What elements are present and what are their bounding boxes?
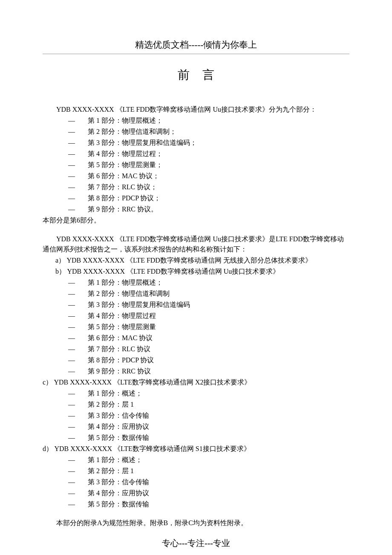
dash-icon: — bbox=[68, 455, 81, 465]
dash-icon: — bbox=[68, 311, 81, 321]
dash-icon: — bbox=[68, 193, 81, 203]
list-item: —第 3 部分：信令传输 bbox=[68, 477, 349, 487]
list-item: —第 9 部分：RRC 协议。 bbox=[68, 204, 349, 214]
list-item-label: 第 1 部分：概述； bbox=[88, 390, 142, 397]
dash-icon: — bbox=[68, 410, 81, 421]
dash-icon: — bbox=[68, 366, 81, 376]
list-item-label: 第 3 部分：信令传输 bbox=[88, 478, 149, 486]
list-item-label: 第 7 部分：RLC 协议； bbox=[88, 183, 157, 191]
dash-icon: — bbox=[68, 488, 81, 498]
dash-icon: — bbox=[68, 499, 81, 509]
appendix-note: 本部分的附录A为规范性附录。附录B，附录C均为资料性附录。 bbox=[43, 518, 349, 528]
header-rule bbox=[43, 54, 349, 54]
list-item-label: 第 4 部分：物理层过程 bbox=[88, 312, 156, 319]
dash-icon: — bbox=[68, 160, 81, 170]
list-item-label: 第 3 部分：物理层复用和信道编码； bbox=[88, 139, 197, 146]
parts-list-1: —第 1 部分：物理层概述； —第 2 部分：物理信道和调制； —第 3 部分：… bbox=[68, 116, 349, 214]
list-item: —第 4 部分：物理层过程 bbox=[68, 311, 349, 321]
group-b-list: —第 1 部分：物理层概述； —第 2 部分：物理信道和调制 —第 3 部分：物… bbox=[68, 278, 349, 376]
list-item-label: 第 8 部分：PDCP 协议； bbox=[88, 194, 161, 202]
list-item-label: 第 4 部分：应用协议 bbox=[88, 489, 149, 497]
list-item: —第 4 部分：应用协议 bbox=[68, 422, 349, 432]
list-item-label: 第 6 部分：MAC 协议 bbox=[88, 334, 153, 341]
list-item: —第 8 部分：PDCP 协议 bbox=[68, 355, 349, 365]
list-item: —第 5 部分：物理层测量 bbox=[68, 322, 349, 332]
list-item-label: 第 7 部分：RLC 协议 bbox=[88, 345, 150, 353]
list-item-label: 第 3 部分：信令传输 bbox=[88, 412, 149, 419]
dash-icon: — bbox=[68, 278, 81, 288]
dash-icon: — bbox=[68, 466, 81, 476]
dash-icon: — bbox=[68, 149, 81, 159]
list-item: —第 5 部分：数据传输 bbox=[68, 433, 349, 443]
list-item: —第 1 部分：物理层概述； bbox=[68, 116, 349, 126]
this-part-note: 本部分是第6部分。 bbox=[43, 215, 349, 225]
dash-icon: — bbox=[68, 116, 81, 126]
list-item: —第 3 部分：物理层复用和信道编码 bbox=[68, 300, 349, 310]
list-item: —第 1 部分：概述； bbox=[68, 388, 349, 399]
list-item: —第 4 部分：物理层过程； bbox=[68, 149, 349, 159]
list-item: —第 7 部分：RLC 协议； bbox=[68, 182, 349, 192]
list-item-label: 第 2 部分：物理信道和调制； bbox=[88, 128, 176, 135]
dash-icon: — bbox=[68, 204, 81, 214]
list-item: —第 9 部分：RRC 协议 bbox=[68, 366, 349, 376]
dash-icon: — bbox=[68, 182, 81, 192]
list-item: —第 1 部分：物理层概述； bbox=[68, 278, 349, 288]
list-item: —第 1 部分：概述； bbox=[68, 455, 349, 465]
dash-icon: — bbox=[68, 171, 81, 181]
intro-paragraph: YDB XXXX-XXXX 《LTE FDD数字蜂窝移动通信网 Uu接口技术要求… bbox=[43, 104, 349, 115]
dash-icon: — bbox=[68, 477, 81, 487]
list-item-label: 第 1 部分：物理层概述； bbox=[88, 279, 163, 286]
spacer bbox=[43, 226, 349, 234]
list-item: —第 3 部分：信令传输 bbox=[68, 410, 349, 421]
list-item: —第 3 部分：物理层复用和信道编码； bbox=[68, 138, 349, 148]
group-c-list: —第 1 部分：概述； —第 2 部分：层 1 —第 3 部分：信令传输 —第 … bbox=[68, 388, 349, 443]
page-footer: 专心---专注---专业 bbox=[43, 537, 349, 549]
list-item: —第 2 部分：层 1 bbox=[68, 399, 349, 410]
list-item-label: 第 5 部分：物理层测量； bbox=[88, 161, 163, 168]
list-item-label: 第 2 部分：物理信道和调制 bbox=[88, 290, 170, 297]
dash-icon: — bbox=[68, 138, 81, 148]
list-item: —第 2 部分：层 1 bbox=[68, 466, 349, 476]
page-container: 精选优质文档-----倾情为你奉上 前言 YDB XXXX-XXXX 《LTE … bbox=[0, 0, 392, 555]
list-item: —第 2 部分：物理信道和调制 bbox=[68, 289, 349, 299]
dash-icon: — bbox=[68, 433, 81, 443]
dash-icon: — bbox=[68, 322, 81, 332]
dash-icon: — bbox=[68, 344, 81, 354]
spacer bbox=[43, 510, 349, 518]
dash-icon: — bbox=[68, 289, 81, 299]
group-c-label: c） YDB XXXX-XXXX 《LTE数字蜂窝移动通信网 X2接口技术要求》 bbox=[43, 377, 349, 387]
list-item: —第 8 部分：PDCP 协议； bbox=[68, 193, 349, 203]
group-d-list: —第 1 部分：概述； —第 2 部分：层 1 —第 3 部分：信令传输 —第 … bbox=[68, 455, 349, 509]
dash-icon: — bbox=[68, 355, 81, 365]
list-item-label: 第 5 部分：数据传输 bbox=[88, 434, 149, 441]
page-header: 精选优质文档-----倾情为你奉上 bbox=[43, 38, 349, 52]
dash-icon: — bbox=[68, 399, 81, 410]
page-title: 前言 bbox=[43, 66, 349, 84]
list-item: —第 7 部分：RLC 协议 bbox=[68, 344, 349, 354]
list-item: —第 4 部分：应用协议 bbox=[68, 488, 349, 498]
list-item-label: 第 6 部分：MAC 协议； bbox=[88, 172, 159, 179]
group-d-label: d） YDB XXXX-XXXX 《LTE数字蜂窝移动通信网 S1接口技术要求》 bbox=[43, 444, 349, 454]
list-item-label: 第 5 部分：数据传输 bbox=[88, 500, 149, 508]
list-item: —第 2 部分：物理信道和调制； bbox=[68, 127, 349, 137]
group-b-label: b） YDB XXXX-XXXX 《LTE FDD数字蜂窝移动通信网 Uu接口技… bbox=[55, 266, 349, 277]
list-item: —第 6 部分：MAC 协议； bbox=[68, 171, 349, 181]
list-item-label: 第 1 部分：概述； bbox=[88, 456, 142, 463]
dash-icon: — bbox=[68, 388, 81, 399]
list-item-label: 第 9 部分：RRC 协议。 bbox=[88, 205, 158, 213]
list-item-label: 第 1 部分：物理层概述； bbox=[88, 117, 163, 124]
list-item-label: 第 2 部分：层 1 bbox=[88, 401, 134, 408]
dash-icon: — bbox=[68, 422, 81, 432]
list-item-label: 第 9 部分：RRC 协议 bbox=[88, 367, 151, 375]
list-item: —第 6 部分：MAC 协议 bbox=[68, 333, 349, 343]
group-a-label: a） YDB XXXX-XXXX 《LTE FDD数字蜂窝移动通信网 无线接入部… bbox=[55, 255, 349, 266]
list-item-label: 第 4 部分：应用协议 bbox=[88, 423, 149, 430]
list-item-label: 第 5 部分：物理层测量 bbox=[88, 323, 156, 330]
dash-icon: — bbox=[68, 127, 81, 137]
list-item: —第 5 部分：数据传输 bbox=[68, 499, 349, 509]
list-item-label: 第 3 部分：物理层复用和信道编码 bbox=[88, 301, 190, 308]
list-item-label: 第 2 部分：层 1 bbox=[88, 467, 134, 474]
list-item-label: 第 4 部分：物理层过程； bbox=[88, 150, 163, 157]
dash-icon: — bbox=[68, 300, 81, 310]
list-item: —第 5 部分：物理层测量； bbox=[68, 160, 349, 170]
